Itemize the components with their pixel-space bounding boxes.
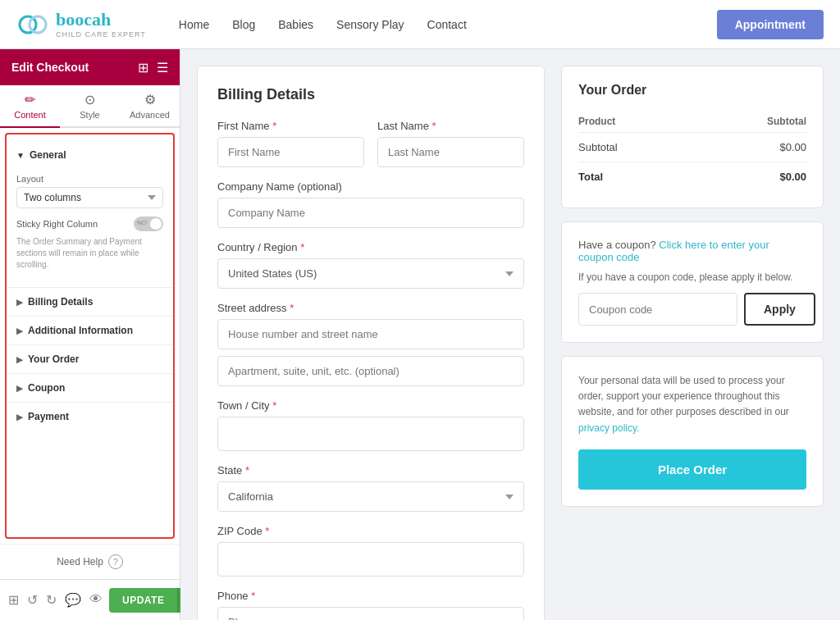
tab-content-label: Content: [14, 110, 46, 120]
zip-input[interactable]: [217, 542, 524, 577]
grid-icon[interactable]: ⊞: [138, 60, 148, 75]
sidebar-content: ▼ General Layout Two columns One column: [5, 133, 175, 539]
coupon-header[interactable]: ▶ Coupon: [7, 374, 173, 402]
row2-subtotal: $0.00: [692, 162, 806, 192]
coupon-input[interactable]: [578, 293, 737, 326]
required-star: *: [272, 120, 276, 132]
country-select[interactable]: United States (US): [217, 258, 524, 289]
toggle-knob: [150, 218, 162, 230]
gear-icon: ⚙: [144, 92, 156, 107]
general-section: ▼ General Layout Two columns One column: [7, 143, 173, 287]
sidebar-tabs: ✏ Content ⊙ Style ⚙ Advanced: [0, 85, 180, 128]
nav-blog[interactable]: Blog: [232, 18, 255, 31]
tab-advanced-label: Advanced: [130, 110, 170, 120]
need-help-text: Need Help: [57, 556, 103, 568]
bottom-bar-icons: ⊞ ↺ ↻ 💬 👁: [8, 592, 103, 608]
your-order-label: Your Order: [28, 353, 79, 365]
street-group: Street address *: [217, 302, 524, 386]
last-name-group: Last Name *: [377, 120, 524, 167]
logo-icon: [16, 8, 49, 41]
table-row: Subtotal $0.00: [578, 133, 806, 162]
required-star-6: *: [245, 464, 249, 476]
coupon-hint: If you have a coupon code, please apply …: [578, 271, 806, 283]
your-order-header[interactable]: ▶ Your Order: [7, 345, 173, 373]
general-label: General: [30, 149, 66, 161]
last-name-input[interactable]: [377, 137, 524, 167]
logo-sub: CHILD CARE EXPERT: [56, 30, 146, 39]
page-content: Billing Details First Name * Last Name *: [180, 49, 840, 620]
company-input[interactable]: [217, 198, 524, 228]
logo: boocah CHILD CARE EXPERT: [16, 8, 146, 41]
appointment-button[interactable]: Appointment: [717, 10, 824, 39]
general-options: Layout Two columns One column Sticky Rig…: [7, 167, 173, 287]
billing-details-label: Billing Details: [28, 296, 93, 308]
phone-group: Phone *: [217, 590, 524, 620]
street2-input[interactable]: [217, 356, 524, 386]
zip-group: ZIP Code *: [217, 525, 524, 577]
edit-icon: ✏: [25, 92, 35, 107]
update-button[interactable]: UPDATE: [109, 588, 177, 613]
coupon-panel: Have a coupon? Click here to enter your …: [561, 221, 824, 343]
your-order-section: ▶ Your Order: [7, 344, 173, 373]
nav-contact[interactable]: Contact: [427, 18, 467, 31]
company-label: Company Name (optional): [217, 180, 524, 193]
nav-home[interactable]: Home: [179, 18, 209, 31]
tab-advanced[interactable]: ⚙ Advanced: [120, 85, 180, 126]
layers-icon[interactable]: ⊞: [8, 592, 19, 608]
phone-input[interactable]: [217, 607, 524, 620]
billing-details-header[interactable]: ▶ Billing Details: [7, 288, 173, 316]
caret-down-icon: ▼: [16, 151, 25, 160]
coupon-label: Coupon: [28, 382, 65, 394]
billing-panel: Billing Details First Name * Last Name *: [197, 66, 545, 620]
billing-title: Billing Details: [217, 86, 524, 103]
coupon-row: Apply: [578, 293, 806, 326]
caret-right-icon-5: ▶: [16, 413, 23, 422]
chat-icon[interactable]: 💬: [65, 592, 81, 608]
caret-right-icon-3: ▶: [16, 355, 23, 364]
additional-info-header[interactable]: ▶ Additional Information: [7, 317, 173, 344]
undo-icon[interactable]: ↺: [27, 592, 38, 608]
apply-button[interactable]: Apply: [744, 293, 815, 326]
caret-right-icon: ▶: [16, 298, 23, 307]
nav-babies[interactable]: Babies: [278, 18, 313, 31]
city-input[interactable]: [217, 417, 524, 451]
order-title: Your Order: [578, 83, 806, 98]
first-name-input[interactable]: [217, 137, 364, 167]
name-row: First Name * Last Name *: [217, 120, 524, 167]
layout-select[interactable]: Two columns One column: [16, 187, 163, 208]
right-column: Your Order Product Subtotal Subtotal $0.…: [561, 66, 824, 620]
layout-label: Layout: [16, 174, 163, 184]
tab-style[interactable]: ⊙ Style: [60, 85, 120, 126]
privacy-panel: Your personal data will be used to proce…: [561, 356, 824, 507]
phone-label: Phone *: [217, 590, 524, 602]
help-icon[interactable]: ?: [108, 554, 123, 569]
nav-sensory-play[interactable]: Sensory Play: [336, 18, 404, 31]
privacy-link[interactable]: privacy policy.: [578, 422, 639, 434]
state-select[interactable]: California: [217, 481, 524, 512]
sticky-toggle[interactable]: NO: [134, 217, 163, 231]
redo-icon[interactable]: ↻: [46, 592, 57, 608]
order-panel: Your Order Product Subtotal Subtotal $0.…: [561, 66, 824, 208]
street-input[interactable]: [217, 319, 524, 349]
tab-content[interactable]: ✏ Content: [0, 85, 60, 128]
payment-section: ▶ Payment: [7, 402, 173, 431]
coupon-section: ▶ Coupon: [7, 373, 173, 402]
general-section-header[interactable]: ▼ General: [7, 143, 173, 167]
first-name-group: First Name *: [217, 120, 364, 167]
caret-right-icon-2: ▶: [16, 326, 23, 335]
eye-icon[interactable]: 👁: [89, 592, 103, 608]
required-star-4: *: [290, 302, 294, 314]
layout-row: Layout Two columns One column: [16, 174, 163, 208]
top-navigation: boocah CHILD CARE EXPERT Home Blog Babie…: [0, 0, 840, 49]
place-order-button[interactable]: Place Order: [578, 449, 806, 490]
nav-links: Home Blog Babies Sensory Play Contact: [179, 18, 717, 31]
state-label: State *: [217, 464, 524, 476]
required-star-8: *: [251, 590, 255, 602]
required-star-5: *: [272, 399, 276, 412]
menu-icon[interactable]: ☰: [157, 60, 168, 75]
company-group: Company Name (optional): [217, 180, 524, 228]
privacy-text: Your personal data will be used to proce…: [578, 373, 806, 436]
zip-label: ZIP Code *: [217, 525, 524, 537]
payment-header[interactable]: ▶ Payment: [7, 403, 173, 431]
required-star-2: *: [432, 120, 436, 132]
